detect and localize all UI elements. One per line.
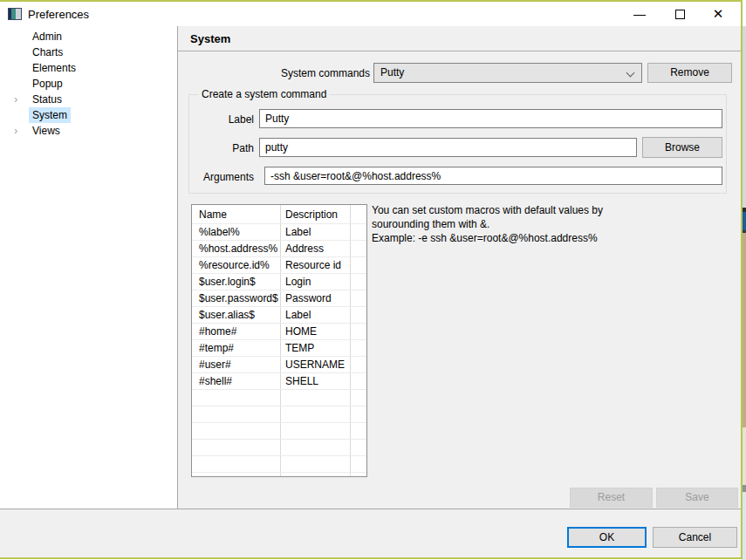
header-divider [178, 51, 741, 51]
footer: OK Cancel [0, 509, 741, 557]
system-commands-selected-value: Putty [380, 66, 404, 79]
path-field[interactable] [259, 138, 637, 157]
table-header-row: Name Description [192, 205, 366, 224]
path-field-label: Path [189, 142, 254, 154]
table-row[interactable]: #temp# TEMP [192, 340, 366, 357]
reset-button[interactable]: Reset [570, 488, 653, 508]
chevron-down-icon [626, 69, 635, 78]
page-title: System [190, 32, 230, 45]
main-panel: System System commands Putty Remove Crea… [178, 26, 741, 509]
sidebar-item-charts[interactable]: Charts [0, 44, 177, 60]
chevron-right-icon[interactable]: › [14, 123, 24, 139]
macros-table: Name Description %label% Label %host.add… [191, 204, 367, 477]
close-button[interactable]: ✕ [703, 2, 733, 26]
table-empty-row [192, 440, 366, 456]
table-row[interactable]: #shell# SHELL [192, 373, 366, 390]
sidebar-item-popup[interactable]: Popup [0, 76, 177, 92]
label-field-label: Label [189, 113, 254, 126]
table-row[interactable]: %label% Label [192, 224, 366, 241]
maximize-button[interactable] [665, 2, 695, 26]
window-border-right [741, 0, 743, 559]
table-empty-row [192, 423, 366, 440]
sidebar-item-elements[interactable]: Elements [0, 60, 177, 76]
sidebar-item-status[interactable]: › Status [0, 92, 177, 107]
cancel-button[interactable]: Cancel [653, 527, 737, 548]
save-button[interactable]: Save [656, 488, 738, 508]
macro-help-text: You can set custom macros with default v… [372, 203, 729, 245]
table-row[interactable]: %host.address% Address [192, 241, 366, 257]
maximize-icon [675, 10, 685, 19]
table-row[interactable]: #home# HOME [192, 324, 366, 340]
remove-button[interactable]: Remove [647, 63, 732, 83]
arguments-field-label: Arguments [189, 171, 254, 183]
sidebar-item-views[interactable]: › Views [0, 123, 177, 139]
window-border-top [0, 0, 743, 2]
sidebar: Admin Charts Elements Popup › Status Sys… [0, 26, 177, 509]
table-empty-row [192, 390, 366, 406]
arguments-field[interactable] [264, 167, 722, 185]
window-title: Preferences [28, 8, 89, 21]
table-empty-row [192, 456, 366, 473]
ok-button[interactable]: OK [567, 527, 647, 548]
preferences-dialog: Preferences — ✕ Admin Charts Elements Po… [0, 0, 746, 560]
minimize-icon: — [633, 7, 646, 21]
sidebar-item-system[interactable]: System [0, 107, 177, 123]
column-header-description: Description [285, 205, 338, 223]
table-row[interactable]: $user.password$ Password [192, 290, 366, 307]
titlebar[interactable]: Preferences — ✕ [0, 2, 741, 26]
window-border-bottom [0, 557, 743, 559]
groupbox-legend: Create a system command [198, 88, 330, 100]
minimize-button[interactable]: — [625, 2, 654, 26]
table-row[interactable]: $user.login$ Login [192, 274, 366, 290]
system-commands-label: System commands [178, 67, 370, 79]
table-empty-row [192, 406, 366, 423]
table-row[interactable]: $user.alias$ Label [192, 307, 366, 324]
column-header-name: Name [199, 205, 227, 223]
system-commands-select[interactable]: Putty [373, 63, 642, 83]
close-icon: ✕ [713, 6, 724, 22]
chevron-right-icon[interactable]: › [14, 92, 24, 107]
label-field[interactable] [259, 109, 722, 128]
table-row[interactable]: %resource.id% Resource id [192, 257, 366, 274]
create-command-groupbox: Create a system command Label Path Brows… [188, 94, 727, 194]
browse-button[interactable]: Browse [642, 137, 722, 158]
sidebar-item-admin[interactable]: Admin [0, 29, 177, 44]
table-row[interactable]: #user# USERNAME [192, 357, 366, 373]
app-icon [8, 8, 22, 20]
